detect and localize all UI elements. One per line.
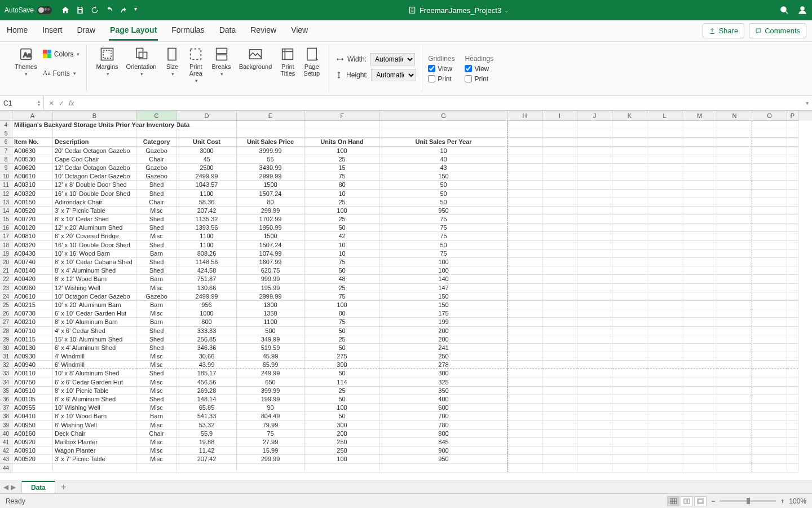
cell-J33[interactable] <box>577 369 612 378</box>
cell-F10[interactable]: 75 <box>304 172 380 181</box>
cell-K35[interactable] <box>612 387 647 395</box>
cell-G44[interactable] <box>380 464 508 472</box>
cell-G6[interactable]: Unit Sales Per Year <box>380 138 508 146</box>
cell-F25[interactable]: 100 <box>304 301 380 309</box>
cell-B35[interactable]: 8' x 10' Picnic Table <box>53 387 136 395</box>
cell-P39[interactable] <box>787 421 798 430</box>
row-header-40[interactable]: 40 <box>0 430 12 438</box>
cell-B25[interactable]: 10' x 20' Aluminum Barn <box>53 301 136 309</box>
row-header-44[interactable]: 44 <box>0 464 12 472</box>
cell-K44[interactable] <box>612 464 647 472</box>
cell-H36[interactable] <box>508 395 542 404</box>
cell-P9[interactable] <box>787 164 798 172</box>
cell-N14[interactable] <box>717 207 752 215</box>
cell-G30[interactable]: 241 <box>380 344 508 352</box>
cell-H14[interactable] <box>508 207 542 215</box>
cell-M41[interactable] <box>682 438 717 446</box>
cell-N25[interactable] <box>717 301 752 309</box>
cell-A5[interactable] <box>12 129 53 138</box>
cell-M11[interactable] <box>682 181 717 189</box>
cell-M5[interactable] <box>682 129 717 138</box>
cell-B39[interactable]: 6' Wishing Well <box>53 421 136 430</box>
sheet-nav-prev[interactable]: ◀ <box>3 483 8 491</box>
cell-N27[interactable] <box>717 318 752 326</box>
cell-O20[interactable] <box>752 258 787 266</box>
cell-K11[interactable] <box>612 181 647 189</box>
cell-C25[interactable]: Barn <box>136 301 177 309</box>
cell-D15[interactable]: 1135.32 <box>177 215 237 224</box>
cell-A20[interactable]: A00740 <box>12 258 53 266</box>
cell-D9[interactable]: 2500 <box>177 164 237 172</box>
cell-E32[interactable]: 65.99 <box>237 361 304 369</box>
cell-P12[interactable] <box>787 190 798 198</box>
cell-J22[interactable] <box>577 275 612 283</box>
cell-C28[interactable]: Shed <box>136 327 177 335</box>
cell-O5[interactable] <box>752 129 787 138</box>
cell-G33[interactable]: 300 <box>380 369 508 378</box>
cell-B10[interactable]: 10' Octagon Cedar Gazebo <box>53 172 136 181</box>
size-button[interactable]: Size <box>161 45 183 78</box>
cell-N36[interactable] <box>717 395 752 404</box>
breaks-button[interactable]: Breaks <box>208 45 234 78</box>
cell-A19[interactable]: A00430 <box>12 249 53 258</box>
cell-L12[interactable] <box>647 190 682 198</box>
cell-K5[interactable] <box>612 129 647 138</box>
height-select[interactable]: Automatic <box>371 69 416 81</box>
cell-C26[interactable]: Misc <box>136 309 177 318</box>
cell-D33[interactable]: 185.17 <box>177 369 237 378</box>
cell-L24[interactable] <box>647 292 682 301</box>
cell-M6[interactable] <box>682 138 717 146</box>
cell-K30[interactable] <box>612 344 647 352</box>
cell-F35[interactable]: 25 <box>304 387 380 395</box>
cell-C38[interactable]: Barn <box>136 412 177 421</box>
cell-K26[interactable] <box>612 309 647 318</box>
row-header-29[interactable]: 29 <box>0 335 12 344</box>
row-header-22[interactable]: 22 <box>0 275 12 283</box>
cell-B24[interactable]: 10' Octagon Cedar Gazebo <box>53 292 136 301</box>
cell-K24[interactable] <box>612 292 647 301</box>
cell-I8[interactable] <box>542 155 577 164</box>
cell-C15[interactable]: Shed <box>136 215 177 224</box>
cell-E39[interactable]: 79.99 <box>237 421 304 430</box>
row-header-43[interactable]: 43 <box>0 455 12 463</box>
cell-I13[interactable] <box>542 198 577 207</box>
cell-O15[interactable] <box>752 215 787 224</box>
cell-G41[interactable]: 845 <box>380 438 508 446</box>
cell-L17[interactable] <box>647 232 682 240</box>
cell-M15[interactable] <box>682 215 717 224</box>
cell-O44[interactable] <box>752 464 787 472</box>
cell-L41[interactable] <box>647 438 682 446</box>
cell-B20[interactable]: 8' x 10' Cedar Cabana Shed <box>53 258 136 266</box>
cell-E11[interactable]: 1500 <box>237 181 304 189</box>
row-header-31[interactable]: 31 <box>0 352 12 361</box>
cell-D29[interactable]: 256.85 <box>177 335 237 344</box>
cell-B44[interactable] <box>53 464 136 472</box>
share-button[interactable]: Share <box>703 23 744 38</box>
cell-A31[interactable]: A00930 <box>12 352 53 361</box>
tab-view[interactable]: View <box>290 21 309 41</box>
cell-C24[interactable]: Gazebo <box>136 292 177 301</box>
cell-C16[interactable]: Shed <box>136 224 177 232</box>
cell-I35[interactable] <box>542 387 577 395</box>
cell-P21[interactable] <box>787 266 798 275</box>
cell-H29[interactable] <box>508 335 542 344</box>
cell-D11[interactable]: 1043.57 <box>177 181 237 189</box>
cell-M12[interactable] <box>682 190 717 198</box>
cell-I37[interactable] <box>542 404 577 412</box>
cell-H37[interactable] <box>508 404 542 412</box>
cell-O41[interactable] <box>752 438 787 446</box>
cell-K9[interactable] <box>612 164 647 172</box>
cell-P37[interactable] <box>787 404 798 412</box>
cell-K21[interactable] <box>612 266 647 275</box>
cell-B13[interactable]: Adirondack Chair <box>53 198 136 207</box>
cell-N20[interactable] <box>717 258 752 266</box>
cell-K22[interactable] <box>612 275 647 283</box>
cell-N24[interactable] <box>717 292 752 301</box>
cell-G7[interactable]: 10 <box>380 147 508 155</box>
cell-N9[interactable] <box>717 164 752 172</box>
cell-F9[interactable]: 15 <box>304 164 380 172</box>
cell-E4[interactable] <box>237 121 304 129</box>
cell-E40[interactable]: 75 <box>237 430 304 438</box>
cell-A12[interactable]: A00320 <box>12 190 53 198</box>
cell-J20[interactable] <box>577 258 612 266</box>
